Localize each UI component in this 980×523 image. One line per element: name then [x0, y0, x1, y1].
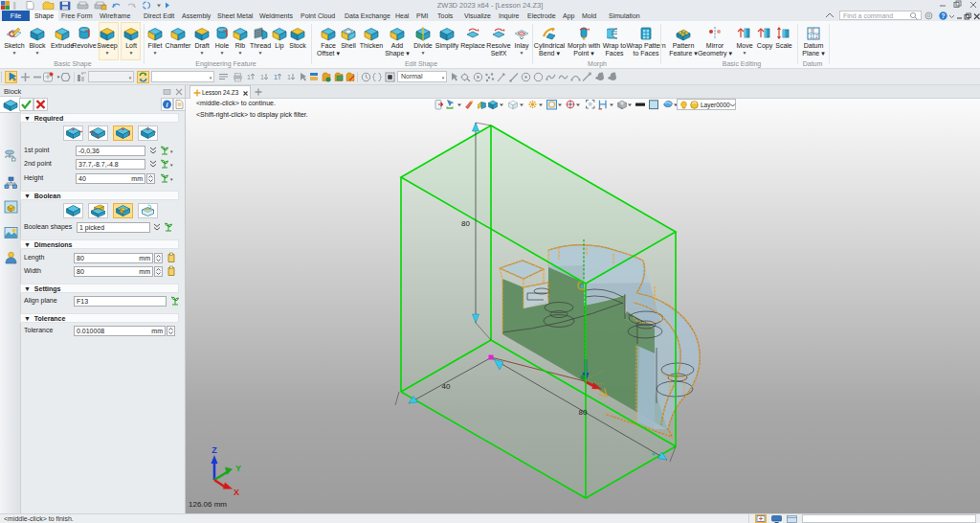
svg-text:1: 1: [287, 74, 291, 80]
svg-text:1: 1: [274, 74, 278, 80]
svg-text:1: 1: [247, 74, 251, 80]
svg-text:80: 80: [579, 408, 588, 417]
svg-text:Z: Z: [212, 445, 217, 455]
svg-text:40: 40: [442, 382, 451, 391]
svg-text:80: 80: [461, 219, 470, 228]
svg-text:X: X: [234, 488, 239, 497]
svg-text:Y: Y: [235, 464, 241, 473]
svg-text:?: ?: [942, 12, 946, 19]
svg-text:126.06 mm: 126.06 mm: [189, 500, 227, 509]
svg-text:1: 1: [260, 74, 264, 80]
